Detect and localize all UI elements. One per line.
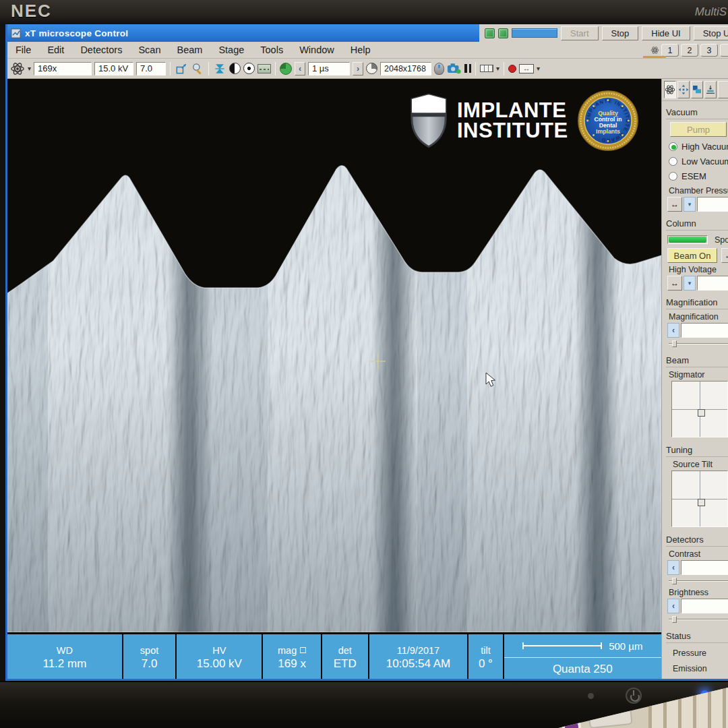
brightness-field[interactable] [681, 599, 728, 613]
magnification-section-header: Magnification [666, 293, 728, 309]
snapshot-camera-icon[interactable] [447, 63, 462, 74]
emission-bar [667, 235, 708, 244]
measure-zoom-icon[interactable] [191, 62, 204, 75]
high-vacuum-option[interactable]: High Vacuum [669, 142, 728, 152]
beam-column-icon[interactable] [213, 62, 226, 75]
spot-field[interactable]: 7.0 [136, 62, 166, 75]
logo-wordmark: IMPLANTE INSTITUTE [457, 100, 568, 141]
toolbar-separator [170, 62, 171, 75]
low-vacuum-radio[interactable] [669, 157, 677, 166]
databar-layout-icon[interactable] [480, 65, 493, 72]
databar-scale-cell: 500 µm Quanta 250 [504, 634, 661, 681]
tab-stage[interactable] [704, 81, 717, 98]
scan-speed-icon[interactable] [280, 63, 292, 75]
contrast-slider[interactable] [669, 577, 728, 585]
esem-label: ESEM [681, 171, 706, 181]
chamber-pressure-field[interactable] [697, 197, 728, 212]
beam-atom-icon[interactable] [10, 61, 25, 76]
tab-processing[interactable] [691, 81, 703, 98]
high-vacuum-radio[interactable] [669, 142, 677, 151]
tab-navigation[interactable] [677, 81, 690, 98]
esem-option[interactable]: ESEM [669, 171, 728, 181]
magnification-slider[interactable] [669, 340, 728, 348]
stop-button[interactable]: Stop [602, 26, 639, 40]
beam-menu-caret[interactable]: ▾ [28, 65, 31, 72]
spot-label: Spot [715, 235, 728, 245]
quad-2-button[interactable]: 2 [681, 44, 698, 57]
stop-ui-button[interactable]: Stop UI [694, 26, 728, 40]
hide-ui-button[interactable]: Hide UI [642, 26, 690, 40]
reduced-area-icon[interactable] [175, 62, 188, 75]
stigmator-control[interactable] [671, 381, 728, 437]
titlebar-controls: Start Stop Hide UI Stop UI [479, 24, 728, 42]
chamber-pressure-link-button[interactable]: ↔ [667, 197, 682, 212]
quad-4-button[interactable] [720, 44, 728, 57]
beam-row: Beam On ↔ [667, 248, 728, 263]
dwell-time-field[interactable]: 1 µs [308, 62, 350, 75]
low-vacuum-option[interactable]: Low Vacuum [669, 156, 728, 166]
chamber-pressure-control: ↔ ▾ [667, 197, 728, 212]
menu-tools[interactable]: Tools [252, 42, 291, 57]
resolution-field[interactable]: 2048x1768 [380, 62, 431, 75]
brightness-spinner[interactable]: ‹ [667, 599, 679, 613]
record-icon[interactable] [508, 65, 516, 73]
start-button[interactable]: Start [561, 26, 598, 40]
chamber-pressure-dropdown[interactable]: ▾ [684, 197, 696, 212]
quad-1-button[interactable]: 1 [661, 44, 679, 57]
tab-beam-control[interactable] [664, 81, 676, 98]
dwell-decrease-button[interactable]: ‹ [295, 62, 305, 75]
beam-on-button[interactable]: Beam On [667, 248, 717, 263]
magnification-spinner[interactable]: ‹ [667, 323, 679, 338]
mouse-mode-icon[interactable] [434, 63, 444, 75]
brightness-icon[interactable] [243, 63, 255, 74]
quad-3-button[interactable]: 3 [700, 44, 718, 57]
brightness-label: Brightness [669, 588, 728, 597]
toolbar-separator [504, 62, 504, 75]
titlebar-blue: xT microscope Control [7, 24, 479, 42]
hv-field[interactable]: 15.0 kV [94, 62, 133, 75]
sem-image-viewport[interactable]: IMPLANTE INSTITUTE [7, 79, 661, 681]
menu-file[interactable]: File [7, 42, 39, 57]
source-tilt-control[interactable] [671, 471, 728, 527]
dwell-increase-button[interactable]: › [353, 62, 363, 75]
control-sidebar: Vacuum Pump High Vacuum Low Vacuum ESEM [661, 79, 728, 681]
high-voltage-dropdown[interactable]: ▾ [684, 276, 696, 291]
menu-window[interactable]: Window [291, 42, 342, 57]
nec-logo: NEC [11, 1, 52, 22]
menu-stage[interactable]: Stage [210, 42, 252, 57]
magnification-field[interactable]: 169x [34, 62, 92, 75]
measurement-tool-icon[interactable]: ↔ [519, 64, 534, 73]
contrast-spinner[interactable]: ‹ [667, 560, 679, 575]
brightness-control: ‹ [667, 599, 728, 613]
high-voltage-link-button[interactable]: ↔ [667, 276, 682, 291]
tab-partial[interactable] [718, 81, 728, 98]
pump-button[interactable]: Pump [670, 122, 727, 137]
beam-section-header: Beam [666, 351, 728, 367]
high-vacuum-label: High Vacuum [681, 142, 728, 152]
window-title: xT microscope Control [25, 28, 128, 38]
contrast-icon[interactable] [229, 63, 241, 74]
videoscope-icon[interactable] [257, 64, 271, 73]
spot-link-button[interactable]: ↔ [721, 248, 728, 263]
detector-status-icon [498, 28, 508, 38]
databar-mag-cell: mag 169 x [263, 634, 320, 681]
implante-institute-logo: IMPLANTE INSTITUTE [409, 90, 639, 152]
ambient-sensor [588, 693, 594, 699]
high-voltage-field[interactable] [697, 276, 728, 291]
contrast-field[interactable] [681, 560, 728, 575]
brightness-slider[interactable] [669, 615, 728, 624]
pause-icon[interactable] [464, 64, 471, 73]
menu-edit[interactable]: Edit [39, 42, 72, 57]
scan-time-icon[interactable] [366, 63, 377, 74]
databar-layout-caret[interactable]: ▾ [496, 65, 499, 72]
award-badge-icon: IMPLANTE INSTITUTE AWARD Quality Control… [577, 90, 639, 152]
mag-frame-icon [300, 647, 306, 653]
menu-detectors[interactable]: Detectors [72, 42, 130, 57]
instrument-name: Quanta 250 [504, 657, 661, 681]
menu-help[interactable]: Help [342, 42, 379, 57]
menu-scan[interactable]: Scan [130, 42, 169, 57]
magnification-value-field[interactable] [681, 323, 728, 338]
menu-beam[interactable]: Beam [169, 42, 211, 57]
measurement-caret[interactable]: ▾ [537, 65, 540, 72]
esem-radio[interactable] [669, 172, 677, 181]
